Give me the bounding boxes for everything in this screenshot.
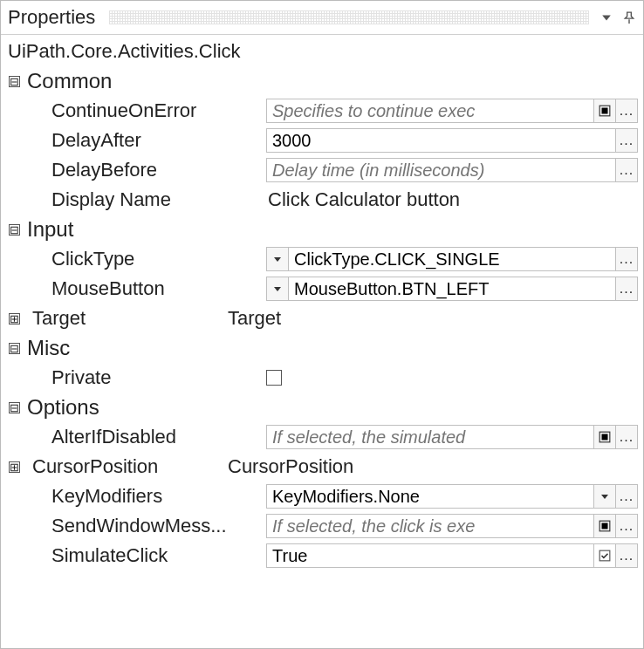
category-input[interactable]: ⊟ Input xyxy=(1,215,643,244)
prop-delay-after[interactable]: DelayAfter ... xyxy=(1,126,643,155)
expand-toggle-cursor-position[interactable]: ⊞ xyxy=(9,461,20,473)
prop-label: Display Name xyxy=(46,188,266,211)
svg-rect-6 xyxy=(599,550,610,561)
titlebar-grip xyxy=(109,10,589,24)
collapse-toggle-options[interactable]: ⊟ xyxy=(9,402,20,413)
mouse-button-input[interactable] xyxy=(288,277,616,301)
dropdown-button[interactable] xyxy=(593,484,616,509)
category-options[interactable]: ⊟ Options xyxy=(1,393,643,422)
svg-rect-5 xyxy=(602,523,608,529)
simulate-click-checkbox[interactable] xyxy=(593,543,616,568)
delay-before-input[interactable] xyxy=(266,158,616,182)
ellipsis-button[interactable]: ... xyxy=(615,158,638,182)
prop-label: AlterIfDisabled xyxy=(46,426,266,448)
prop-display-name[interactable]: Display Name Click Calculator button xyxy=(1,185,643,215)
prop-mouse-button[interactable]: MouseButton ... xyxy=(1,274,643,304)
click-type-input[interactable] xyxy=(288,247,616,271)
prop-click-type[interactable]: ClickType ... xyxy=(1,244,643,274)
prop-alter-if-disabled[interactable]: AlterIfDisabled ... xyxy=(1,422,643,452)
prop-label: SimulateClick xyxy=(46,544,266,567)
prop-label: DelayAfter xyxy=(46,129,266,152)
window-position-icon[interactable] xyxy=(599,10,613,24)
prop-label: ContinueOnError xyxy=(46,99,266,122)
prop-private[interactable]: Private xyxy=(1,363,643,393)
ellipsis-button[interactable]: ... xyxy=(615,514,638,538)
prop-label: CursorPosition xyxy=(27,455,226,478)
prop-send-window-messages[interactable]: SendWindowMess... ... xyxy=(1,511,643,541)
prop-label: SendWindowMess... xyxy=(46,515,266,537)
prop-continue-on-error[interactable]: ContinueOnError ... xyxy=(1,96,643,126)
ellipsis-button[interactable]: ... xyxy=(615,247,638,271)
key-modifiers-input[interactable] xyxy=(266,484,594,509)
dropdown-button[interactable] xyxy=(266,277,289,301)
prop-label: ClickType xyxy=(46,248,266,270)
properties-content: UiPath.Core.Activities.Click ⊟ Common Co… xyxy=(1,35,643,570)
prop-label: DelayBefore xyxy=(46,159,266,181)
ellipsis-button[interactable]: ... xyxy=(615,128,638,153)
marker-button[interactable] xyxy=(593,425,616,449)
auto-hide-pin-icon[interactable] xyxy=(622,10,636,24)
ellipsis-button[interactable]: ... xyxy=(615,99,638,123)
expand-toggle-target[interactable]: ⊞ xyxy=(9,313,20,324)
svg-rect-3 xyxy=(602,434,608,441)
panel-title: Properties xyxy=(8,6,95,29)
collapse-toggle-misc[interactable]: ⊟ xyxy=(9,343,20,354)
collapse-toggle-input[interactable]: ⊟ xyxy=(9,224,20,236)
prop-label: Private xyxy=(46,366,266,389)
svg-rect-1 xyxy=(602,108,608,114)
category-misc[interactable]: ⊟ Misc xyxy=(1,333,643,363)
private-checkbox[interactable] xyxy=(266,370,282,386)
collapse-toggle-common[interactable]: ⊟ xyxy=(9,76,20,87)
alter-if-disabled-input[interactable] xyxy=(266,425,594,449)
send-window-messages-input[interactable] xyxy=(266,514,594,538)
prop-label: Target xyxy=(27,307,226,330)
marker-button[interactable] xyxy=(593,514,616,538)
simulate-click-input[interactable] xyxy=(266,543,594,568)
prop-delay-before[interactable]: DelayBefore ... xyxy=(1,155,643,185)
display-name-value[interactable]: Click Calculator button xyxy=(266,188,638,211)
prop-label: MouseButton xyxy=(46,277,266,300)
activity-type-name: UiPath.Core.Activities.Click xyxy=(1,35,643,66)
marker-button[interactable] xyxy=(593,99,616,123)
continue-on-error-input[interactable] xyxy=(266,99,594,123)
target-value[interactable]: Target xyxy=(226,307,638,330)
cursor-position-value[interactable]: CursorPosition xyxy=(226,455,638,478)
delay-after-input[interactable] xyxy=(266,128,616,153)
properties-panel: Properties UiPath.Core.Activities.Click … xyxy=(0,0,644,649)
dropdown-button[interactable] xyxy=(266,247,289,271)
prop-cursor-position[interactable]: ⊞ CursorPosition CursorPosition xyxy=(1,452,643,482)
ellipsis-button[interactable]: ... xyxy=(615,425,638,449)
prop-key-modifiers[interactable]: KeyModifiers ... xyxy=(1,482,643,511)
prop-label: KeyModifiers xyxy=(46,485,266,508)
ellipsis-button[interactable]: ... xyxy=(615,543,638,568)
prop-simulate-click[interactable]: SimulateClick ... xyxy=(1,541,643,570)
ellipsis-button[interactable]: ... xyxy=(615,484,638,509)
prop-target[interactable]: ⊞ Target Target xyxy=(1,304,643,333)
ellipsis-button[interactable]: ... xyxy=(615,277,638,301)
panel-titlebar: Properties xyxy=(1,1,643,35)
category-common[interactable]: ⊟ Common xyxy=(1,66,643,96)
